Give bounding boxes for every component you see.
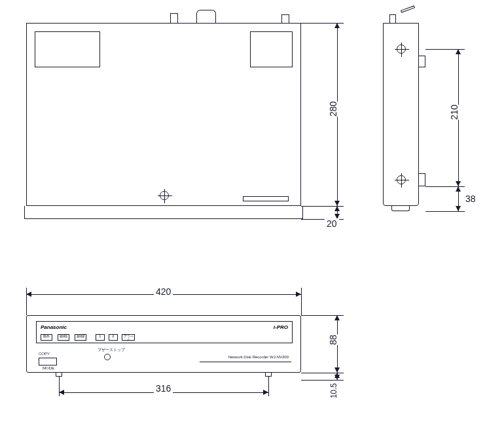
dim-316-label: 316 <box>154 383 173 394</box>
side-connector-top <box>419 56 425 67</box>
side-connector-bottom <box>419 173 425 186</box>
top-view-base <box>24 206 303 219</box>
buzzer-button <box>104 354 111 360</box>
dim-38-label: 38 <box>463 194 478 204</box>
top-cutout-right <box>250 31 293 67</box>
led-5: 2 <box>109 334 118 341</box>
buzzer-label: ブザーストップ <box>98 347 125 353</box>
dim-20 <box>337 206 338 219</box>
dim-10-5-label: 10.5 <box>327 383 340 398</box>
led-3: 録画2 <box>75 334 86 341</box>
label-slot <box>243 196 289 201</box>
top-cutout-left <box>35 31 100 67</box>
side-view-body <box>383 23 419 206</box>
led-6: アラーム <box>122 334 135 341</box>
top-tab-2 <box>196 10 216 23</box>
dim-420-label: 420 <box>154 286 173 297</box>
dim-88-label: 88 <box>326 335 340 345</box>
copy-label: COPY <box>39 352 50 356</box>
side-foot <box>391 206 410 211</box>
led-2: 録画1 <box>58 334 69 341</box>
side-screw-top-icon <box>397 44 406 54</box>
top-view-body <box>26 23 301 206</box>
led-4: 1 <box>96 334 105 341</box>
side-screw-bottom-icon <box>397 175 406 184</box>
side-tab-1 <box>389 14 396 23</box>
led-1: 動作 <box>41 334 52 341</box>
dim-280-label: 280 <box>326 101 340 116</box>
dim-10-5 <box>337 373 338 380</box>
top-tab-1 <box>170 13 178 23</box>
front-upper-panel: Panasonic i-PRO 動作 録画1 録画2 1 2 アラーム <box>36 321 293 343</box>
dim-20-label: 20 <box>325 218 339 229</box>
dim-210-label: 210 <box>447 105 461 120</box>
side-tab-2 <box>401 5 415 12</box>
usb-port <box>39 358 57 366</box>
front-view-body: Panasonic i-PRO 動作 録画1 録画2 1 2 アラーム COPY… <box>26 315 301 373</box>
product-label: Network Disk Recorder WJ-NV200 <box>228 355 289 359</box>
top-tab-3 <box>281 14 289 23</box>
mode-label: MODE <box>43 366 54 370</box>
series-label: i-PRO <box>274 324 288 330</box>
brand-label: Panasonic <box>41 324 67 330</box>
dim-38 <box>458 186 459 211</box>
screw-mark-icon <box>160 191 169 200</box>
